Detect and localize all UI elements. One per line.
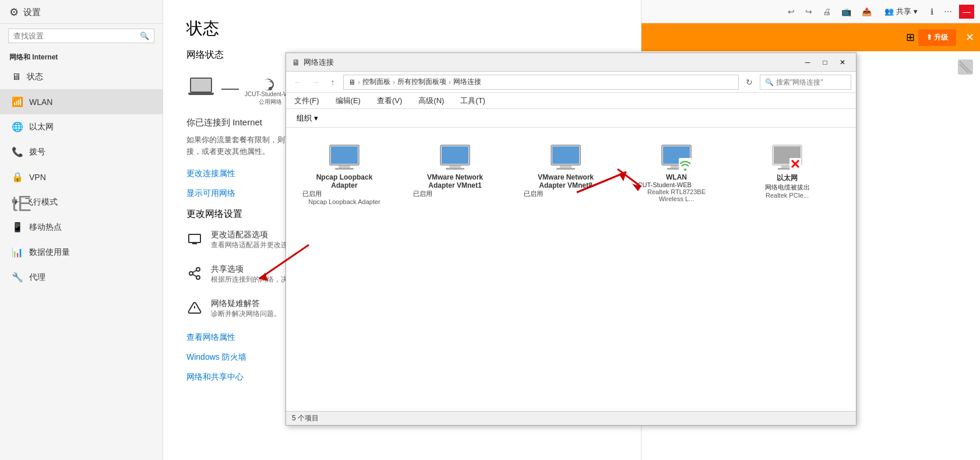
settings-icon: ⚙ — [9, 6, 19, 19]
svg-rect-11 — [331, 146, 358, 164]
adapter-wlan[interactable]: WLAN JCUT-Student-WEB Realtek RTL8723BE … — [630, 139, 723, 207]
share-button[interactable]: 👥 共享 ▾ — [879, 4, 923, 19]
sidebar-item-label: 状态 — [27, 72, 43, 82]
orange-close-btn[interactable]: ✕ — [965, 31, 974, 44]
share-chevron: ▾ — [914, 7, 918, 16]
search-input-addr[interactable] — [776, 78, 846, 86]
share-icon-btn[interactable]: 📤 — [858, 5, 875, 19]
dialup-icon: 📞 — [12, 146, 23, 157]
search-input[interactable] — [13, 31, 140, 40]
breadcrumb[interactable]: 🖥 › 控制面板 › 所有控制面板项 › 网络连接 — [343, 75, 739, 90]
svg-point-5 — [196, 276, 200, 279]
sidebar-item-label: 数据使用量 — [29, 247, 70, 258]
sidebar-item-label: 移动热点 — [29, 222, 62, 233]
cast-button[interactable]: 📺 — [838, 5, 855, 19]
adapter-npcap[interactable]: Npcap Loopback Adapter 已启用 Npcap Loopbac… — [298, 139, 391, 210]
sidebar-item-proxy[interactable]: 🔧 代理 — [0, 265, 163, 290]
adapter-name-ethernet: 以太网 网络电缆被拔出 Realtek PCIe... — [765, 173, 810, 199]
share-label: 共享 — [896, 6, 911, 17]
window-controls: ─ □ ✕ — [800, 57, 850, 68]
more-button[interactable]: ⋯ — [940, 5, 956, 19]
minimize-button[interactable]: ─ — [800, 57, 815, 68]
vpn-icon: 🔒 — [12, 171, 23, 182]
adapter-ethernet[interactable]: 以太网 网络电缆被拔出 Realtek PCIe... — [741, 139, 834, 203]
svg-point-3 — [196, 268, 200, 271]
computer-icon-npcap — [327, 144, 362, 173]
close-button[interactable]: ✕ — [835, 57, 850, 68]
status-icon: 🖥 — [12, 72, 21, 82]
menu-file[interactable]: 文件(F) — [291, 94, 323, 107]
breadcrumb-sep-2: › — [393, 78, 395, 86]
svg-rect-0 — [189, 234, 200, 243]
window-title-text: 🖥 网络连接 — [292, 57, 334, 68]
sidebar-item-airplane[interactable]: ✈ 飞行模式 — [0, 189, 163, 215]
adapter-name-wlan: WLAN JCUT-Student-WEB Realtek RTL8723BE … — [634, 173, 718, 202]
search-box-addr[interactable]: 🔍 — [760, 75, 851, 90]
sidebar-item-label: 代理 — [29, 272, 45, 283]
back-button[interactable]: ← — [291, 75, 305, 89]
page-title: 状态 — [186, 17, 618, 40]
undo-button[interactable]: ↩ — [784, 5, 798, 19]
sidebar-item-wlan[interactable]: 📶 WLAN — [0, 89, 163, 114]
network-status-icon — [957, 58, 974, 80]
troubleshoot-text: 网络疑难解答 诊断并解决网络问题。 — [211, 299, 281, 319]
upgrade-area: ⊞ ⬆ 升级 — [906, 29, 956, 46]
svg-rect-20 — [560, 166, 572, 168]
status-text: 5 个项目 — [292, 413, 319, 423]
menu-bar: 文件(F) 编辑(E) 查看(V) 高级(N) 工具(T) — [286, 93, 856, 109]
adapter-vmnet8[interactable]: VMware Network Adapter VMnet8 已启用 — [519, 139, 612, 203]
menu-view[interactable]: 查看(V) — [373, 94, 406, 107]
upgrade-label: 升级 — [934, 33, 948, 41]
ethernet-icon: 🌐 — [12, 121, 23, 132]
maximize-button[interactable]: □ — [817, 57, 833, 68]
search-box[interactable]: 🔍 — [8, 29, 154, 43]
sidebar-item-dialup[interactable]: 📞 拨号 — [0, 139, 163, 164]
refresh-button[interactable]: ↻ — [742, 75, 756, 89]
computer-icon-vmnet1 — [438, 144, 473, 173]
sidebar: ⚙ 设置 🔍 网络和 Internet 🖥 状态 📶 WLAN 🌐 以太网 📞 … — [0, 0, 163, 460]
sidebar-item-status[interactable]: 🖥 状态 — [0, 65, 163, 89]
wlan-icon: 📶 — [12, 96, 23, 107]
window-icon: 🖥 — [292, 58, 300, 67]
troubleshoot-icon — [186, 300, 203, 316]
upgrade-button[interactable]: ⬆ 升级 — [918, 29, 956, 46]
svg-rect-13 — [335, 168, 354, 170]
status-bar: 5 个项目 — [286, 411, 856, 425]
troubleshoot-desc: 诊断并解决网络问题。 — [211, 309, 281, 319]
menu-advanced[interactable]: 高级(N) — [415, 94, 447, 107]
window-close-btn[interactable]: — — [959, 5, 974, 19]
menu-edit[interactable]: 编辑(E) — [332, 94, 364, 107]
sidebar-item-vpn[interactable]: 🔒 VPN — [0, 164, 163, 189]
browser-topbar: ↩ ↪ 🖨 📺 📤 👥 共享 ▾ ℹ ⋯ — — [641, 0, 980, 23]
settings-label: 设置 — [23, 7, 41, 18]
window-title: 网络连接 — [304, 57, 334, 68]
forward-button[interactable]: → — [308, 75, 322, 89]
window-titlebar: 🖥 网络连接 ─ □ ✕ — [286, 53, 856, 72]
menu-tools[interactable]: 工具(T) — [457, 94, 489, 107]
breadcrumb-sep-3: › — [449, 78, 451, 86]
sidebar-category: 网络和 Internet — [0, 48, 163, 65]
data-icon: 📊 — [12, 247, 23, 258]
info-button[interactable]: ℹ — [927, 5, 937, 19]
wlan-adapter-icon — [659, 144, 694, 173]
proxy-icon: 🔧 — [12, 272, 23, 283]
laptop-base — [188, 93, 214, 95]
svg-line-6 — [193, 274, 197, 276]
print-button[interactable]: 🖨 — [819, 5, 834, 19]
toolbar: 组织 ▾ — [286, 109, 856, 128]
organize-label: 组织 ▾ — [297, 113, 318, 124]
sidebar-item-hotspot[interactable]: 📱 移动热点 — [0, 215, 163, 240]
organize-button[interactable]: 组织 ▾ — [292, 111, 323, 126]
adapter-vmnet1[interactable]: VMware Network Adapter VMnet1 已启用 — [408, 139, 502, 203]
svg-rect-19 — [552, 146, 579, 164]
redo-button[interactable]: ↪ — [802, 5, 816, 19]
connections-content: Npcap Loopback Adapter 已启用 Npcap Loopbac… — [286, 128, 856, 411]
hotspot-icon: 📱 — [12, 222, 23, 233]
share-icon: 👥 — [884, 7, 894, 16]
svg-point-27 — [684, 168, 686, 171]
sidebar-item-data[interactable]: 📊 数据使用量 — [0, 240, 163, 265]
sidebar-item-ethernet[interactable]: 🌐 以太网 — [0, 114, 163, 139]
up-button[interactable]: ↑ — [326, 75, 340, 89]
adapter-name-vmnet8: VMware Network Adapter VMnet8 已启用 — [524, 173, 608, 198]
troubleshoot-title: 网络疑难解答 — [211, 299, 281, 309]
